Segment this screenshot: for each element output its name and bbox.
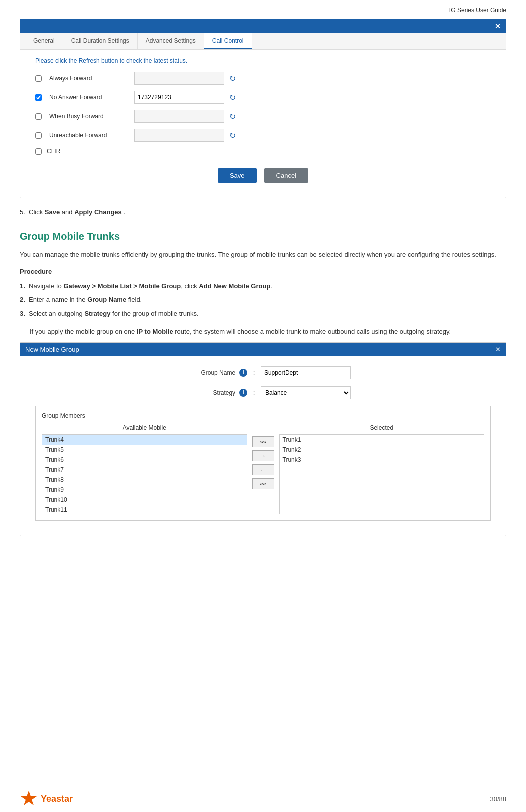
procedure-step-1: 1. Navigate to Gateway > Mobile List > M… (20, 280, 506, 292)
close-button[interactable]: ✕ (495, 22, 501, 30)
page-footer: Yeastar 30/88 (0, 785, 526, 812)
group-name-label: Group Name (175, 369, 235, 376)
unreachable-input[interactable] (134, 129, 224, 142)
strategy-row: Strategy i : Balance Round Robin Random … (35, 386, 491, 399)
no-answer-forward-row: No Answer Forward ↻ (35, 91, 491, 104)
selected-col: Selected Trunk1 Trunk2 Trunk3 (279, 424, 485, 514)
clir-label: CLIR (47, 148, 127, 155)
tab-call-control[interactable]: Call Control (204, 33, 252, 49)
clir-checkbox[interactable] (35, 148, 42, 155)
dialog2-header: New Mobile Group ✕ (20, 343, 506, 356)
available-mobile-col: Available Mobile Trunk4 Trunk5 Trunk6 Tr… (42, 424, 247, 514)
group-name-input[interactable] (261, 366, 351, 379)
list-item[interactable]: Trunk4 (42, 435, 247, 445)
procedure-list: 1. Navigate to Gateway > Mobile List > M… (20, 280, 506, 319)
group-name-info-icon[interactable]: i (239, 369, 247, 377)
save-button[interactable]: Save (218, 168, 257, 183)
list-item[interactable]: Trunk1 (280, 435, 484, 445)
step2-bold: Group Name (87, 296, 126, 303)
list-item[interactable]: Trunk6 (42, 455, 247, 465)
strategy-label: Strategy (175, 389, 235, 396)
no-answer-forward-input[interactable] (134, 91, 224, 104)
unreachable-checkbox[interactable] (35, 132, 42, 139)
list-item[interactable]: Trunk7 (42, 465, 247, 475)
remove-button[interactable]: ← (252, 464, 274, 475)
ip-to-mobile-bold: IP to Mobile (137, 328, 173, 335)
step-5-text: 5. Click Save and Apply Changes . (20, 208, 506, 216)
header-line-2 (233, 6, 439, 6)
when-busy-forward-row: When Busy Forward ↻ (35, 110, 491, 123)
procedure-step-2: 2. Enter a name in the Group Name field. (20, 294, 506, 305)
svg-marker-0 (21, 791, 37, 805)
list-item[interactable]: Trunk9 (42, 485, 247, 495)
group-name-colon: : (251, 369, 257, 376)
dialog2-close-button[interactable]: ✕ (495, 346, 501, 353)
procedure-step-3: 3. Select an outgoing Strategy for the g… (20, 308, 506, 319)
sub-note: If you apply the mobile group on one IP … (20, 327, 506, 337)
list-item[interactable]: Trunk8 (42, 475, 247, 485)
dialog-body: Please click the Refresh button to check… (20, 50, 506, 198)
step1-bold1: Gateway > Mobile List > Mobile Group (63, 282, 181, 290)
remove-all-button[interactable]: «« (252, 478, 274, 489)
call-control-dialog: ✕ General Call Duration Settings Advance… (20, 19, 506, 198)
members-columns: Available Mobile Trunk4 Trunk5 Trunk6 Tr… (42, 424, 484, 514)
group-members-title: Group Members (42, 412, 484, 419)
step-5-number: 5. Click (20, 208, 45, 216)
footer-page: 30/88 (490, 795, 506, 803)
step3-bold: Strategy (84, 310, 110, 317)
no-answer-forward-checkbox[interactable] (35, 94, 42, 101)
list-item[interactable]: Trunk5 (42, 445, 247, 455)
strategy-info-icon[interactable]: i (239, 389, 247, 397)
section-heading: Group Mobile Trunks (20, 231, 506, 242)
selected-list[interactable]: Trunk1 Trunk2 Trunk3 (279, 434, 485, 514)
yeastar-logo-icon (20, 790, 38, 808)
group-name-row: Group Name i : (35, 366, 491, 379)
tab-general[interactable]: General (25, 33, 63, 49)
always-forward-row: Always Forward ↻ (35, 72, 491, 85)
procedure-label: Procedure (20, 268, 506, 275)
step1-bold2: Add New Mobile Group (199, 282, 270, 290)
always-forward-checkbox[interactable] (35, 75, 42, 82)
step-5-and: and (62, 208, 74, 216)
always-forward-input[interactable] (134, 72, 224, 85)
tab-call-duration[interactable]: Call Duration Settings (63, 33, 138, 49)
unreachable-refresh-icon[interactable]: ↻ (229, 131, 236, 140)
list-item[interactable]: Trunk10 (42, 495, 247, 505)
group-members-section: Group Members Available Mobile Trunk4 Tr… (35, 406, 491, 521)
unreachable-label: Unreachable Forward (49, 132, 129, 139)
strategy-select[interactable]: Balance Round Robin Random Lowest Worklo… (261, 386, 351, 399)
tab-advanced[interactable]: Advanced Settings (138, 33, 204, 49)
cancel-button[interactable]: Cancel (264, 168, 308, 183)
when-busy-refresh-icon[interactable]: ↻ (229, 112, 236, 121)
list-item[interactable]: Trunk11 (42, 505, 247, 514)
unreachable-forward-row: Unreachable Forward ↻ (35, 129, 491, 142)
dialog2-title: New Mobile Group (25, 346, 79, 353)
step-5-apply-word: Apply Changes (74, 208, 122, 216)
step-5-save-word: Save (45, 208, 60, 216)
footer-logo-text: Yeastar (41, 794, 73, 804)
dialog-tabs: General Call Duration Settings Advanced … (20, 33, 506, 50)
clir-row: CLIR (35, 148, 491, 155)
always-forward-refresh-icon[interactable]: ↻ (229, 74, 236, 83)
selected-title: Selected (279, 424, 485, 431)
list-item[interactable]: Trunk2 (280, 445, 484, 455)
available-mobile-title: Available Mobile (42, 424, 247, 431)
step-5-period: . (123, 208, 125, 216)
dialog-header-bar: ✕ (20, 19, 506, 33)
add-all-button[interactable]: »» (252, 436, 274, 447)
footer-logo: Yeastar (20, 790, 73, 808)
when-busy-input[interactable] (134, 110, 224, 123)
dialog-footer: Save Cancel (35, 161, 491, 188)
no-answer-forward-label: No Answer Forward (49, 94, 129, 101)
when-busy-label: When Busy Forward (49, 113, 129, 120)
header-line-1 (20, 6, 226, 6)
always-forward-label: Always Forward (49, 75, 129, 82)
list-item[interactable]: Trunk3 (280, 455, 484, 465)
add-button[interactable]: → (252, 450, 274, 461)
available-mobile-list[interactable]: Trunk4 Trunk5 Trunk6 Trunk7 Trunk8 Trunk… (42, 434, 247, 514)
members-controls: »» → ← «« (252, 424, 274, 489)
dialog2-body: Group Name i : Strategy i : Balance Roun… (20, 356, 506, 536)
no-answer-refresh-icon[interactable]: ↻ (229, 93, 236, 102)
when-busy-checkbox[interactable] (35, 113, 42, 120)
dialog-notice: Please click the Refresh button to check… (35, 57, 491, 64)
